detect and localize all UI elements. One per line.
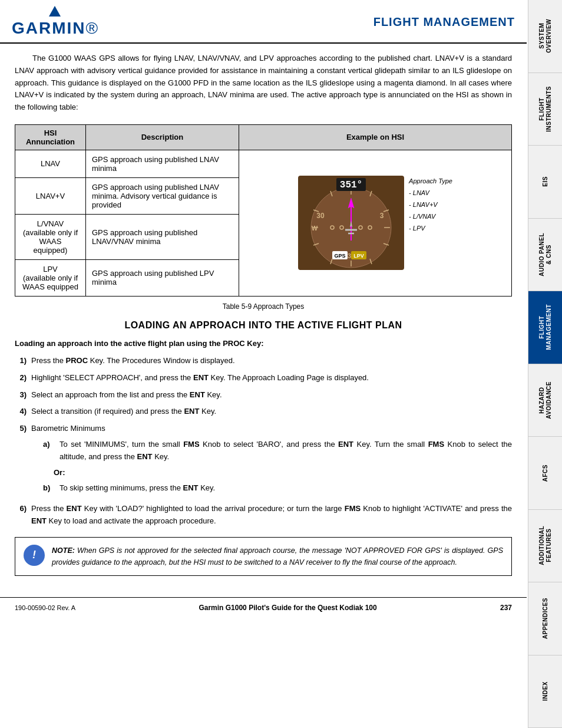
step-sub-label: b) bbox=[43, 482, 55, 495]
step-num: 1) bbox=[15, 355, 27, 367]
table-row: LNAV GPS approach using published LNAV m… bbox=[15, 150, 512, 177]
table-cell-desc: GPS approach using published LNAV/VNAV m… bbox=[86, 214, 239, 259]
svg-text:LPV: LPV bbox=[353, 253, 364, 259]
page-header: GARMIN® FLIGHT MANAGEMENT bbox=[0, 0, 527, 44]
page-title: FLIGHT MANAGEMENT bbox=[373, 15, 515, 29]
sidebar-item-index[interactable]: INDEX bbox=[528, 655, 562, 729]
step-sub-a: a) To set 'MINIMUMS', turn the small FMS… bbox=[31, 439, 512, 463]
main-content: The G1000 WAAS GPS allows for flying LNA… bbox=[0, 44, 527, 588]
section-heading: LOADING AN APPROACH INTO THE ACTIVE FLIG… bbox=[15, 320, 512, 331]
step-num: 3) bbox=[15, 389, 27, 401]
table-cell-desc: GPS approach using published LNAV minima… bbox=[86, 177, 239, 214]
approach-type-lvnav: - L/VNAV bbox=[409, 213, 435, 220]
step-body: Select an approach from the list and pre… bbox=[31, 389, 512, 401]
sidebar-item-afcs[interactable]: AFCS bbox=[528, 437, 562, 510]
footer-revision: 190-00590-02 Rev. A bbox=[15, 604, 75, 611]
garmin-logo: GARMIN® bbox=[12, 6, 98, 38]
approach-type-label: Approach Type bbox=[409, 177, 452, 185]
sidebar-item-appendices[interactable]: APPENDICES bbox=[528, 582, 562, 655]
table-cell-hsi-example: 30 3 33 bbox=[239, 150, 512, 296]
svg-text:351°: 351° bbox=[340, 180, 362, 190]
step-2: 2) Highlight 'SELECT APPROACH', and pres… bbox=[15, 372, 512, 384]
sidebar-item-label: INDEX bbox=[542, 681, 549, 701]
sub-heading: Loading an approach into the active flig… bbox=[15, 339, 512, 348]
step-body: Highlight 'SELECT APPROACH', and press t… bbox=[31, 372, 512, 384]
step-sub-body: To skip setting minimums, press the ENT … bbox=[59, 482, 512, 495]
table-cell-desc: GPS approach using published LNAV minima bbox=[86, 150, 239, 177]
sidebar-item-flight-instruments[interactable]: FLIGHTINSTRUMENTS bbox=[528, 73, 562, 146]
step-body: Barometric Minimums a) To set 'MINIMUMS'… bbox=[31, 423, 512, 498]
garmin-logo-text: GARMIN bbox=[12, 19, 86, 38]
note-icon: ! bbox=[24, 545, 45, 566]
sidebar-item-eis[interactable]: EIS bbox=[528, 146, 562, 219]
sidebar-item-label: EIS bbox=[542, 176, 549, 187]
sidebar-item-hazard-avoidance[interactable]: HAZARDAVOIDANCE bbox=[528, 364, 562, 437]
table-header-desc: Description bbox=[86, 124, 239, 150]
sidebar-item-label: AUDIO PANEL& CNS bbox=[538, 233, 553, 276]
step-body: Press the PROC Key. The Procedures Windo… bbox=[31, 355, 512, 367]
step-1: 1) Press the PROC Key. The Procedures Wi… bbox=[15, 355, 512, 367]
step-6: 6) Press the ENT Key with 'LOAD?' highli… bbox=[15, 503, 512, 528]
steps-list: 1) Press the PROC Key. The Procedures Wi… bbox=[15, 355, 512, 528]
garmin-triangle-icon bbox=[49, 6, 61, 17]
sidebar-item-label: FLIGHTINSTRUMENTS bbox=[538, 86, 553, 132]
step-num: 4) bbox=[15, 406, 27, 418]
sidebar-item-label: ADDITIONALFEATURES bbox=[538, 526, 553, 565]
table-cell-annunc: LNAV bbox=[15, 150, 86, 177]
note-box: ! NOTE: When GPS is not approved for the… bbox=[15, 537, 512, 576]
note-label: NOTE: bbox=[52, 546, 75, 555]
intro-paragraph: The G1000 WAAS GPS allows for flying LNA… bbox=[15, 52, 512, 114]
approach-type-note: Approach Type - LNAV - LNAV+V - L/VNAV -… bbox=[409, 176, 452, 234]
sidebar-item-label: FLIGHTMANAGEMENT bbox=[538, 304, 553, 350]
note-text: NOTE: When GPS is not approved for the s… bbox=[52, 545, 503, 568]
table-cell-annunc: LNAV+V bbox=[15, 177, 86, 214]
svg-text:3: 3 bbox=[380, 212, 384, 220]
table-cell-desc: GPS approach using published LPV minima bbox=[86, 259, 239, 296]
step-4: 4) Select a transition (if required) and… bbox=[15, 406, 512, 418]
step-body: Press the ENT Key with 'LOAD?' highlight… bbox=[31, 503, 512, 528]
table-caption: Table 5-9 Approach Types bbox=[15, 302, 512, 311]
step-sub-label: a) bbox=[43, 439, 55, 451]
sidebar-item-label: HAZARDAVOIDANCE bbox=[538, 381, 553, 419]
approach-type-lnavv: - LNAV+V bbox=[409, 201, 438, 208]
step-num: 5) bbox=[15, 423, 27, 435]
step-num: 6) bbox=[15, 503, 27, 515]
approach-types-table: HSI Annunciation Description Example on … bbox=[15, 124, 512, 297]
step-3: 3) Select an approach from the list and … bbox=[15, 389, 512, 401]
right-sidebar: SYSTEMOVERVIEW FLIGHTINSTRUMENTS EIS AUD… bbox=[528, 0, 562, 728]
sidebar-item-flight-management[interactable]: FLIGHTMANAGEMENT bbox=[528, 291, 562, 364]
approach-type-lpv: - LPV bbox=[409, 225, 425, 232]
table-cell-annunc: LPV(available only ifWAAS equipped bbox=[15, 259, 86, 296]
sidebar-item-additional-features[interactable]: ADDITIONALFEATURES bbox=[528, 510, 562, 583]
footer-page-number: 237 bbox=[500, 604, 512, 612]
sidebar-item-label: AFCS bbox=[542, 465, 549, 482]
page-footer: 190-00590-02 Rev. A Garmin G1000 Pilot's… bbox=[0, 597, 527, 618]
hsi-instrument-svg: 30 3 33 bbox=[298, 176, 404, 270]
svg-text:30: 30 bbox=[316, 212, 325, 220]
or-label: Or: bbox=[31, 467, 512, 479]
garmin-dot: ® bbox=[86, 19, 98, 38]
table-cell-annunc: L/VNAV(available only ifWAAS equipped) bbox=[15, 214, 86, 259]
step-sub-body: To set 'MINIMUMS', turn the small FMS Kn… bbox=[59, 439, 512, 463]
sidebar-item-label: SYSTEMOVERVIEW bbox=[538, 19, 553, 53]
approach-type-lnav: - LNAV bbox=[409, 189, 429, 196]
step-sub-b: b) To skip setting minimums, press the E… bbox=[31, 482, 512, 495]
sidebar-item-audio-panel[interactable]: AUDIO PANEL& CNS bbox=[528, 219, 562, 292]
table-header-hsi: Example on HSI bbox=[239, 124, 512, 150]
svg-text:GPS: GPS bbox=[335, 253, 346, 259]
sidebar-item-label: APPENDICES bbox=[542, 598, 549, 639]
step-body: Select a transition (if required) and pr… bbox=[31, 406, 512, 418]
sidebar-item-system-overview[interactable]: SYSTEMOVERVIEW bbox=[528, 0, 562, 73]
step-5: 5) Barometric Minimums a) To set 'MINIMU… bbox=[15, 423, 512, 498]
step-num: 2) bbox=[15, 372, 27, 384]
svg-text:W: W bbox=[312, 225, 318, 232]
footer-title: Garmin G1000 Pilot's Guide for the Quest… bbox=[199, 604, 376, 612]
table-header-annunc: HSI Annunciation bbox=[15, 124, 86, 150]
